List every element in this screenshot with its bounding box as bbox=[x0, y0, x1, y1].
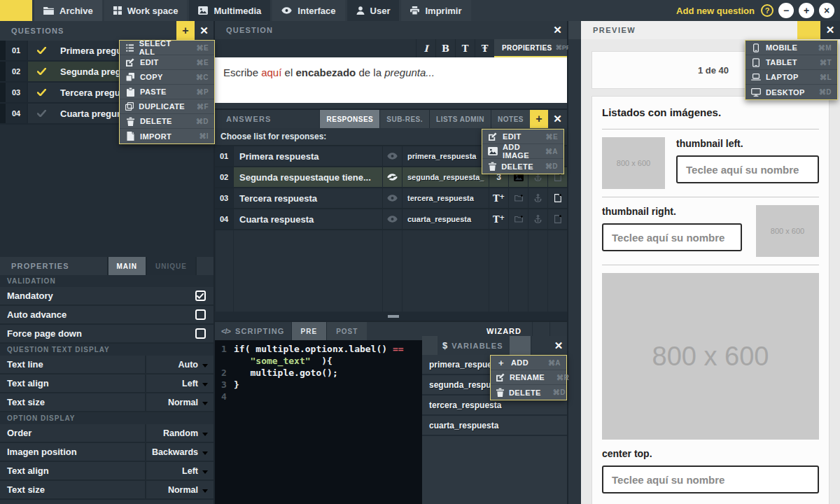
user-variables-button[interactable] bbox=[510, 336, 531, 355]
play-preview-button[interactable] bbox=[797, 21, 820, 39]
menu-item-paste[interactable]: PASTE⌘P bbox=[120, 85, 214, 99]
check-icon[interactable] bbox=[28, 41, 55, 60]
app-logo[interactable] bbox=[0, 0, 32, 21]
add-answer-button[interactable]: + bbox=[530, 110, 548, 128]
caret-down-icon bbox=[202, 360, 208, 370]
tab-unique[interactable]: UNIQUE bbox=[146, 257, 195, 275]
close-window-button[interactable]: × bbox=[819, 3, 834, 18]
collapse-properties-button[interactable] bbox=[195, 257, 214, 275]
answers-scrollbar[interactable] bbox=[215, 312, 567, 321]
italic-button[interactable]: I bbox=[416, 39, 435, 57]
tab-responses[interactable]: RESPONSES bbox=[319, 110, 379, 128]
menu-item-add-image[interactable]: ADD IMAGE⌘A bbox=[482, 144, 564, 159]
select-text-align[interactable]: Left bbox=[145, 374, 214, 392]
bold-button[interactable]: B bbox=[435, 39, 455, 57]
topbar-item-archive[interactable]: Archive bbox=[34, 0, 102, 21]
device-option-mobile[interactable]: MOBILE⌘M bbox=[746, 41, 837, 55]
expand-preview-button[interactable] bbox=[568, 21, 581, 39]
menu-item-edit[interactable]: EDIT⌘E bbox=[120, 55, 214, 70]
checkbox-mandatory[interactable] bbox=[187, 287, 214, 304]
select-imagen-position[interactable]: Backwards bbox=[145, 443, 214, 461]
expand-variables-button[interactable] bbox=[422, 336, 438, 355]
topbar-item-user[interactable]: User bbox=[347, 0, 400, 21]
menu-item-delete[interactable]: DELETE⌘D bbox=[482, 159, 564, 174]
close-preview-panel-button[interactable]: ✕ bbox=[820, 21, 840, 39]
add-new-question-button[interactable]: Add new question bbox=[676, 6, 755, 16]
comment-variables-button[interactable] bbox=[531, 336, 550, 355]
property-label: Mandatory bbox=[0, 287, 187, 304]
eye-icon[interactable] bbox=[382, 188, 402, 208]
answers-panel-header: ANSWERS RESPONSESSUB-RES.LISTS ADMINNOTE… bbox=[215, 110, 567, 128]
edit-icon bbox=[125, 58, 135, 66]
device-option-laptop[interactable]: LAPTOP⌘L bbox=[746, 70, 837, 85]
answer-row[interactable]: 04Cuarta respuestacuarta_respuestaT+ bbox=[215, 209, 567, 230]
folder-badge-icon[interactable] bbox=[508, 188, 528, 208]
text-style-button[interactable]: T bbox=[455, 39, 475, 57]
page-icon[interactable] bbox=[547, 188, 567, 208]
text-add-icon[interactable]: T+ bbox=[489, 209, 508, 229]
tab-sub-res[interactable]: SUB-RES. bbox=[379, 110, 429, 128]
maximize-button[interactable]: + bbox=[799, 3, 814, 18]
image-placeholder: 800 x 600 bbox=[756, 205, 819, 257]
topbar-item-work-space[interactable]: Work space bbox=[104, 0, 188, 21]
question-text-editor[interactable]: Escribe aquí el encabezado de la pregunt… bbox=[215, 57, 567, 103]
answer-row[interactable]: 03Tercera respuestatercera_respuestaT+ bbox=[215, 188, 567, 209]
menu-item-import[interactable]: IMPORT⌘I bbox=[120, 129, 214, 144]
eye-icon[interactable] bbox=[382, 146, 402, 166]
check-icon[interactable] bbox=[28, 104, 55, 123]
anchor-icon[interactable] bbox=[528, 209, 547, 229]
add-question-button[interactable]: + bbox=[176, 21, 195, 41]
check-icon[interactable] bbox=[28, 83, 55, 102]
eye-icon[interactable] bbox=[382, 167, 402, 187]
menu-item-copy[interactable]: COPY⌘C bbox=[120, 70, 214, 85]
name-input[interactable]: Teclee aquí su nombre bbox=[676, 155, 819, 183]
device-option-tablet[interactable]: TABLET⌘T bbox=[746, 55, 837, 70]
close-question-panel-button[interactable]: ✕ bbox=[548, 21, 567, 39]
close-answers-panel-button[interactable]: ✕ bbox=[548, 110, 567, 128]
check-icon[interactable] bbox=[28, 62, 55, 81]
topbar-item-multimedia[interactable]: Multimedia bbox=[189, 0, 270, 21]
text-add-icon[interactable]: T+ bbox=[489, 188, 508, 208]
menu-item-delete[interactable]: DELETE⌘D bbox=[120, 114, 214, 129]
page-icon[interactable] bbox=[547, 209, 567, 229]
tab-post[interactable]: POST bbox=[326, 322, 367, 340]
answer-number: 03 bbox=[215, 188, 233, 208]
menu-item-duplicate[interactable]: DUPLICATE⌘F bbox=[120, 99, 214, 114]
text-strike-button[interactable]: Ŧ bbox=[475, 39, 494, 57]
scripting-tabs: PREPOST bbox=[291, 322, 368, 340]
minimize-button[interactable]: − bbox=[778, 3, 794, 18]
name-input[interactable]: Teclee aquí su nombre bbox=[602, 223, 742, 251]
select-text-size[interactable]: Normal bbox=[145, 393, 214, 411]
select-text-line[interactable]: Auto bbox=[145, 356, 214, 373]
menu-item-rename[interactable]: RENAME⌘R bbox=[491, 370, 566, 385]
menu-item-add[interactable]: +ADD⌘A bbox=[491, 356, 566, 370]
eye-icon[interactable] bbox=[382, 209, 402, 229]
menu-item-select-all[interactable]: SELECT ALL⌘E bbox=[120, 41, 214, 55]
menu-item-label: LAPTOP bbox=[766, 73, 799, 81]
tab-pre[interactable]: PRE bbox=[291, 322, 327, 340]
close-questions-panel-button[interactable]: ✕ bbox=[195, 21, 214, 41]
tab-lists-admin[interactable]: LISTS ADMIN bbox=[429, 110, 491, 128]
name-input[interactable]: Teclee aquí su nombre bbox=[602, 465, 819, 493]
close-variables-panel-button[interactable]: ✕ bbox=[550, 336, 567, 355]
select-value: Backwards bbox=[152, 447, 198, 457]
checkbox-force-page-down[interactable] bbox=[187, 325, 214, 342]
menu-item-edit[interactable]: EDIT⌘E bbox=[482, 130, 564, 144]
preview-panel-header: PREVIEW ✕ bbox=[568, 21, 840, 39]
anchor-icon[interactable] bbox=[528, 188, 547, 208]
help-icon[interactable]: ? bbox=[761, 4, 774, 17]
variable-item[interactable]: cuarta_respuesta bbox=[422, 416, 567, 436]
tab-main[interactable]: MAIN bbox=[107, 257, 146, 275]
checkbox-auto-advance[interactable] bbox=[187, 306, 214, 323]
question-properties-button[interactable]: PROPIERTIES ⌘PP bbox=[494, 39, 567, 57]
device-option-desktop[interactable]: DESKTOP⌘D bbox=[746, 85, 837, 99]
tab-notes[interactable]: NOTES bbox=[491, 110, 530, 128]
select-text-align[interactable]: Left bbox=[145, 462, 214, 479]
topbar-item-imprimir[interactable]: Imprimir bbox=[401, 0, 470, 21]
select-order[interactable]: Random bbox=[145, 424, 214, 442]
select-value: Normal bbox=[168, 485, 198, 495]
select-text-size[interactable]: Normal bbox=[145, 481, 214, 498]
folder-badge-icon[interactable] bbox=[508, 209, 528, 229]
topbar-item-interface[interactable]: Interface bbox=[272, 0, 344, 21]
menu-item-delete[interactable]: DELETE⌘D bbox=[491, 385, 566, 400]
